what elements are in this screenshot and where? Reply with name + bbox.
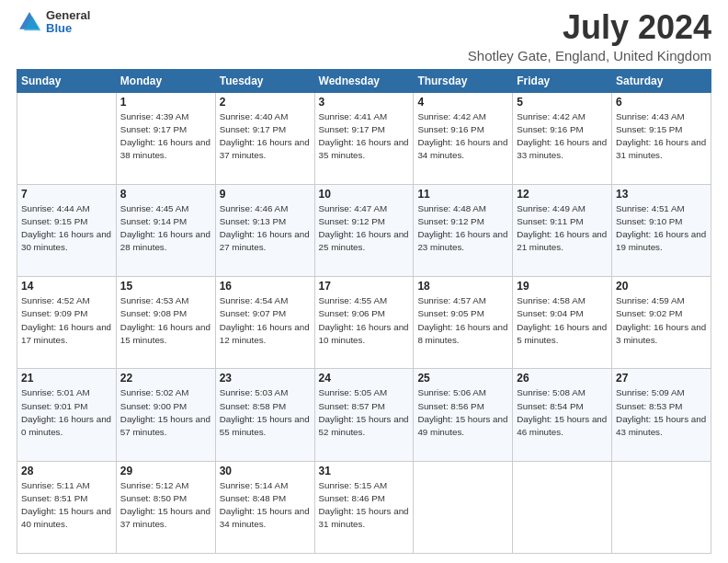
day-number: 16: [220, 280, 311, 293]
header-row: SundayMondayTuesdayWednesdayThursdayFrid…: [17, 69, 711, 92]
day-info: Sunrise: 4:48 AMSunset: 9:12 PMDaylight:…: [417, 202, 508, 255]
logo-text: General Blue: [46, 9, 90, 36]
calendar-body: 1Sunrise: 4:39 AMSunset: 9:17 PMDaylight…: [17, 92, 711, 553]
day-cell: 16Sunrise: 4:54 AMSunset: 9:07 PMDayligh…: [215, 277, 314, 369]
day-cell: 17Sunrise: 4:55 AMSunset: 9:06 PMDayligh…: [314, 277, 414, 369]
day-cell: 13Sunrise: 4:51 AMSunset: 9:10 PMDayligh…: [612, 184, 711, 276]
day-info: Sunrise: 5:02 AMSunset: 9:00 PMDaylight:…: [120, 386, 211, 439]
day-number: 31: [319, 465, 410, 477]
day-info: Sunrise: 4:55 AMSunset: 9:06 PMDaylight:…: [319, 294, 410, 347]
day-cell: 9Sunrise: 4:46 AMSunset: 9:13 PMDaylight…: [215, 184, 314, 276]
week-row-2: 7Sunrise: 4:44 AMSunset: 9:15 PMDaylight…: [17, 184, 711, 276]
day-number: 12: [517, 188, 608, 201]
day-info: Sunrise: 4:58 AMSunset: 9:04 PMDaylight:…: [517, 294, 608, 347]
day-info: Sunrise: 4:41 AMSunset: 9:17 PMDaylight:…: [319, 110, 410, 163]
day-cell: 30Sunrise: 5:14 AMSunset: 8:48 PMDayligh…: [215, 461, 314, 553]
day-number: 8: [120, 188, 211, 201]
day-info: Sunrise: 5:01 AMSunset: 9:01 PMDaylight:…: [21, 386, 112, 439]
day-cell: 29Sunrise: 5:12 AMSunset: 8:50 PMDayligh…: [116, 461, 215, 553]
day-number: 11: [417, 188, 508, 201]
day-cell: 11Sunrise: 4:48 AMSunset: 9:12 PMDayligh…: [414, 184, 513, 276]
day-number: 20: [616, 280, 707, 293]
day-info: Sunrise: 4:44 AMSunset: 9:15 PMDaylight:…: [21, 202, 112, 255]
day-info: Sunrise: 4:57 AMSunset: 9:05 PMDaylight:…: [417, 294, 508, 347]
day-info: Sunrise: 5:09 AMSunset: 8:53 PMDaylight:…: [616, 386, 707, 439]
day-header-thursday: Thursday: [414, 69, 513, 92]
day-info: Sunrise: 4:52 AMSunset: 9:09 PMDaylight:…: [21, 294, 112, 347]
day-info: Sunrise: 4:51 AMSunset: 9:10 PMDaylight:…: [616, 202, 707, 255]
day-number: 29: [120, 465, 211, 477]
day-number: 24: [319, 372, 410, 385]
day-number: 21: [21, 372, 112, 385]
day-cell: 8Sunrise: 4:45 AMSunset: 9:14 PMDaylight…: [116, 184, 215, 276]
day-info: Sunrise: 4:54 AMSunset: 9:07 PMDaylight:…: [220, 294, 311, 347]
day-number: 14: [21, 280, 112, 293]
day-cell: 31Sunrise: 5:15 AMSunset: 8:46 PMDayligh…: [314, 461, 414, 553]
day-info: Sunrise: 5:05 AMSunset: 8:57 PMDaylight:…: [319, 386, 410, 439]
day-number: 4: [417, 96, 508, 109]
day-cell: 12Sunrise: 4:49 AMSunset: 9:11 PMDayligh…: [513, 184, 612, 276]
logo-line2: Blue: [46, 22, 90, 35]
day-number: 28: [21, 465, 112, 477]
day-cell: 10Sunrise: 4:47 AMSunset: 9:12 PMDayligh…: [314, 184, 414, 276]
day-cell: 14Sunrise: 4:52 AMSunset: 9:09 PMDayligh…: [17, 277, 117, 369]
day-info: Sunrise: 4:39 AMSunset: 9:17 PMDaylight:…: [120, 110, 211, 163]
logo-icon: [17, 9, 42, 35]
logo: General Blue: [17, 9, 90, 36]
day-number: 18: [417, 280, 508, 293]
day-cell: [513, 461, 612, 553]
week-row-5: 28Sunrise: 5:11 AMSunset: 8:51 PMDayligh…: [17, 461, 711, 553]
day-number: 9: [220, 188, 311, 201]
day-number: 17: [319, 280, 410, 293]
day-number: 13: [616, 188, 707, 201]
day-info: Sunrise: 5:03 AMSunset: 8:58 PMDaylight:…: [220, 386, 311, 439]
day-number: 25: [417, 372, 508, 385]
day-info: Sunrise: 4:59 AMSunset: 9:02 PMDaylight:…: [616, 294, 707, 347]
day-cell: [612, 461, 711, 553]
day-header-friday: Friday: [513, 69, 612, 92]
day-cell: 28Sunrise: 5:11 AMSunset: 8:51 PMDayligh…: [17, 461, 117, 553]
day-info: Sunrise: 5:12 AMSunset: 8:50 PMDaylight:…: [120, 479, 211, 532]
day-number: 6: [616, 96, 707, 109]
week-row-4: 21Sunrise: 5:01 AMSunset: 9:01 PMDayligh…: [17, 369, 711, 461]
month-title: July 2024: [468, 9, 711, 46]
day-cell: 3Sunrise: 4:41 AMSunset: 9:17 PMDaylight…: [314, 92, 414, 184]
day-info: Sunrise: 5:14 AMSunset: 8:48 PMDaylight:…: [220, 479, 311, 532]
day-number: 1: [120, 96, 211, 109]
day-number: 23: [220, 372, 311, 385]
location-subtitle: Shotley Gate, England, United Kingdom: [468, 48, 711, 63]
day-header-monday: Monday: [116, 69, 215, 92]
day-header-wednesday: Wednesday: [314, 69, 414, 92]
day-cell: 5Sunrise: 4:42 AMSunset: 9:16 PMDaylight…: [513, 92, 612, 184]
day-number: 7: [21, 188, 112, 201]
week-row-1: 1Sunrise: 4:39 AMSunset: 9:17 PMDaylight…: [17, 92, 711, 184]
day-cell: 15Sunrise: 4:53 AMSunset: 9:08 PMDayligh…: [116, 277, 215, 369]
day-info: Sunrise: 4:49 AMSunset: 9:11 PMDaylight:…: [517, 202, 608, 255]
day-cell: 6Sunrise: 4:43 AMSunset: 9:15 PMDaylight…: [612, 92, 711, 184]
day-cell: 19Sunrise: 4:58 AMSunset: 9:04 PMDayligh…: [513, 277, 612, 369]
title-area: July 2024 Shotley Gate, England, United …: [468, 9, 711, 63]
day-cell: 27Sunrise: 5:09 AMSunset: 8:53 PMDayligh…: [612, 369, 711, 461]
day-cell: 26Sunrise: 5:08 AMSunset: 8:54 PMDayligh…: [513, 369, 612, 461]
calendar-header: SundayMondayTuesdayWednesdayThursdayFrid…: [17, 69, 711, 92]
day-info: Sunrise: 4:42 AMSunset: 9:16 PMDaylight:…: [417, 110, 508, 163]
day-header-tuesday: Tuesday: [215, 69, 314, 92]
day-number: 10: [319, 188, 410, 201]
header: General Blue July 2024 Shotley Gate, Eng…: [17, 9, 711, 63]
day-cell: 2Sunrise: 4:40 AMSunset: 9:17 PMDaylight…: [215, 92, 314, 184]
week-row-3: 14Sunrise: 4:52 AMSunset: 9:09 PMDayligh…: [17, 277, 711, 369]
calendar-table: SundayMondayTuesdayWednesdayThursdayFrid…: [17, 69, 711, 554]
day-info: Sunrise: 5:06 AMSunset: 8:56 PMDaylight:…: [417, 386, 508, 439]
day-info: Sunrise: 4:45 AMSunset: 9:14 PMDaylight:…: [120, 202, 211, 255]
day-header-sunday: Sunday: [17, 69, 117, 92]
day-number: 3: [319, 96, 410, 109]
day-cell: 4Sunrise: 4:42 AMSunset: 9:16 PMDaylight…: [414, 92, 513, 184]
day-cell: 23Sunrise: 5:03 AMSunset: 8:58 PMDayligh…: [215, 369, 314, 461]
day-cell: 22Sunrise: 5:02 AMSunset: 9:00 PMDayligh…: [116, 369, 215, 461]
day-info: Sunrise: 4:40 AMSunset: 9:17 PMDaylight:…: [220, 110, 311, 163]
day-info: Sunrise: 5:15 AMSunset: 8:46 PMDaylight:…: [319, 479, 410, 532]
day-cell: 7Sunrise: 4:44 AMSunset: 9:15 PMDaylight…: [17, 184, 117, 276]
day-number: 22: [120, 372, 211, 385]
day-info: Sunrise: 4:43 AMSunset: 9:15 PMDaylight:…: [616, 110, 707, 163]
day-number: 30: [220, 465, 311, 477]
